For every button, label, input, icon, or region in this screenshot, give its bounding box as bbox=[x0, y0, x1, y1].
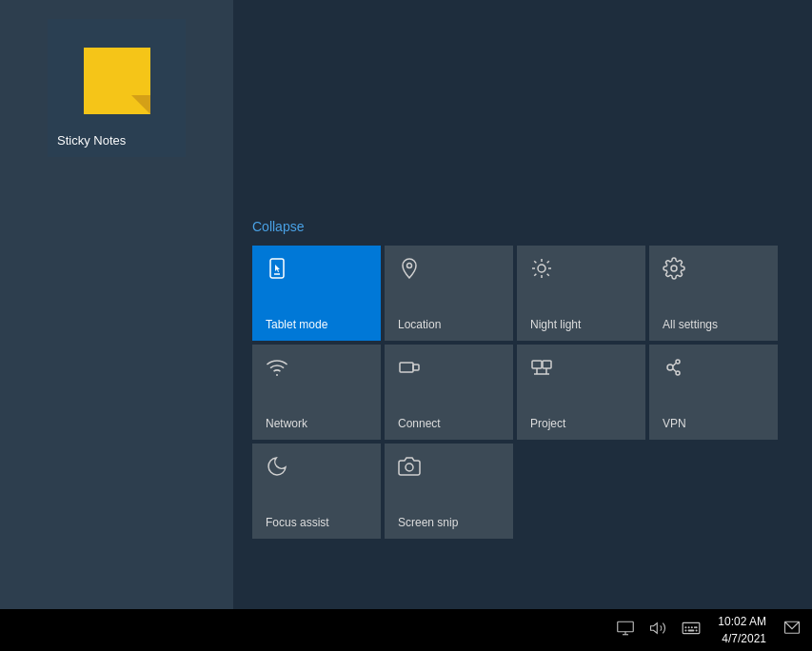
focus-assist-icon bbox=[266, 455, 288, 482]
tile-network[interactable]: Network bbox=[252, 345, 381, 440]
project-icon bbox=[530, 356, 553, 383]
sticky-notes-tile[interactable]: Sticky Notes bbox=[48, 19, 186, 157]
svg-line-9 bbox=[534, 261, 536, 263]
tile-tablet-mode[interactable]: Tablet mode bbox=[252, 246, 381, 341]
svg-marker-31 bbox=[651, 623, 658, 634]
connect-icon bbox=[398, 356, 421, 383]
tile-focus-assist[interactable]: Focus assist bbox=[252, 444, 381, 539]
tablet-mode-icon bbox=[266, 257, 288, 284]
svg-rect-15 bbox=[400, 363, 413, 372]
svg-line-12 bbox=[547, 261, 549, 263]
svg-point-14 bbox=[276, 374, 278, 376]
connect-label: Connect bbox=[398, 417, 441, 430]
tile-night-light[interactable]: Night light bbox=[517, 246, 645, 341]
svg-rect-17 bbox=[532, 361, 542, 368]
svg-point-24 bbox=[676, 371, 680, 375]
tile-screen-snip[interactable]: Screen snip bbox=[385, 444, 513, 539]
all-settings-icon bbox=[663, 257, 685, 284]
tile-connect[interactable]: Connect bbox=[385, 345, 513, 440]
keyboard-icon[interactable] bbox=[678, 617, 704, 643]
all-settings-label: All settings bbox=[663, 318, 718, 331]
tiles-area: Sticky Notes bbox=[0, 0, 233, 609]
sticky-notes-label: Sticky Notes bbox=[57, 133, 126, 148]
vpn-icon bbox=[663, 356, 685, 383]
taskbar: 10:02 AM 4/7/2021 bbox=[0, 609, 812, 651]
svg-point-13 bbox=[671, 266, 677, 271]
volume-icon[interactable] bbox=[645, 616, 670, 644]
tablet-mode-label: Tablet mode bbox=[266, 318, 327, 331]
start-panel: Sticky Notes bbox=[0, 0, 233, 609]
svg-point-23 bbox=[676, 360, 680, 364]
clock-area[interactable]: 10:02 AM 4/7/2021 bbox=[712, 613, 772, 647]
project-label: Project bbox=[530, 417, 565, 430]
svg-point-4 bbox=[538, 265, 545, 272]
svg-rect-16 bbox=[413, 365, 419, 370]
desktop-icon[interactable] bbox=[613, 617, 638, 643]
svg-rect-18 bbox=[543, 361, 551, 368]
tile-location[interactable]: Location bbox=[385, 246, 513, 341]
svg-line-11 bbox=[534, 274, 536, 276]
desktop: Sticky Notes Collapse Tablet mode bbox=[0, 0, 812, 609]
sticky-notes-icon bbox=[84, 48, 150, 114]
network-icon bbox=[266, 356, 288, 383]
vpn-label: VPN bbox=[663, 417, 686, 430]
svg-point-27 bbox=[406, 464, 413, 471]
night-light-icon bbox=[530, 257, 553, 284]
tile-all-settings[interactable]: All settings bbox=[649, 246, 778, 341]
notification-icon[interactable] bbox=[780, 616, 804, 644]
focus-assist-label: Focus assist bbox=[266, 516, 329, 529]
tile-vpn[interactable]: VPN bbox=[649, 345, 778, 440]
taskbar-right: 10:02 AM 4/7/2021 bbox=[613, 613, 804, 647]
svg-marker-2 bbox=[275, 265, 280, 272]
screen-snip-label: Screen snip bbox=[398, 516, 458, 529]
tiles-grid: Tablet mode Location bbox=[252, 246, 804, 539]
network-label: Network bbox=[266, 417, 307, 430]
svg-line-25 bbox=[673, 364, 676, 366]
location-label: Location bbox=[398, 318, 441, 331]
screen-snip-icon bbox=[398, 455, 421, 482]
collapse-link[interactable]: Collapse bbox=[252, 219, 804, 234]
clock-time: 10:02 AM bbox=[718, 613, 766, 630]
clock-date: 4/7/2021 bbox=[722, 630, 766, 647]
tile-project[interactable]: Project bbox=[517, 345, 645, 440]
svg-point-22 bbox=[667, 365, 673, 370]
svg-point-3 bbox=[407, 264, 412, 268]
svg-line-10 bbox=[547, 274, 549, 276]
quick-actions-panel: Collapse Tablet mode bbox=[252, 219, 804, 539]
svg-line-26 bbox=[673, 369, 676, 372]
location-icon bbox=[398, 257, 421, 284]
svg-rect-28 bbox=[618, 621, 634, 632]
night-light-label: Night light bbox=[530, 318, 581, 331]
